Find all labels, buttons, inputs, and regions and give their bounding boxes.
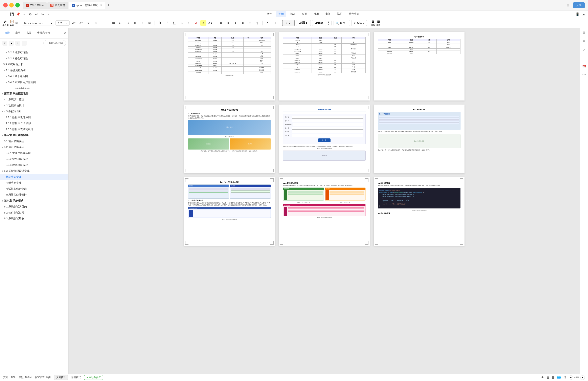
align-justify-btn[interactable]: ≡ (240, 20, 246, 26)
ai-outline-button[interactable]: ✦ 智能识别目录 (43, 40, 66, 46)
toc-item[interactable]: ▼3.4.2 添加新用户流程图 (0, 79, 68, 85)
toc-item[interactable]: 4.3.3 数据库表结构设计 (0, 126, 68, 132)
border-btn[interactable]: □ (272, 20, 278, 26)
toc-item[interactable]: 3.3 系统用例分析 (0, 61, 68, 67)
hamburger-icon[interactable]: ☰ (2, 11, 7, 17)
minimize-button[interactable] (9, 3, 14, 7)
copy-format-button[interactable]: ⊞ (15, 21, 18, 25)
pinyin-btn[interactable]: ā (265, 20, 271, 26)
toc-item[interactable]: 5.1 前台功能实现 (0, 138, 68, 144)
proofread-button[interactable]: 文档校对 (54, 375, 68, 380)
toc-item[interactable]: 5.2.3 教师模块实现 (0, 162, 68, 168)
document-area[interactable]: 字段名类型长度约束说明 objectstringvarchar200自定义编号 … (69, 28, 580, 374)
doc-page-6[interactable]: 图5-3 考试报名界面 图5-1 考试报名界面 (374, 105, 464, 173)
grid-icon[interactable]: ⊞ (547, 376, 549, 379)
maximize-button[interactable] (15, 3, 20, 7)
layout-button[interactable]: ⊞ 排版 (371, 20, 375, 27)
toc-item[interactable]: 注册功能实现 (0, 180, 68, 186)
toc-item[interactable]: 5.2.1 管理员模块实现 (0, 150, 68, 156)
menu-review[interactable]: 审阅 (323, 11, 333, 17)
doc-page-7[interactable]: 图5-1 个人中心界面 (后台界面) 管理系统 (184, 177, 275, 246)
toc-item[interactable]: ▼第四章 系统概要设计 (0, 91, 68, 97)
doc-page-5[interactable]: 考试报名系统注册 用户名： 密 码： 确认密码： 姓 名： 手机号： 邮 箱： … (279, 105, 370, 173)
menu-file[interactable]: 文件 (264, 11, 274, 17)
sidebar-tab-chapter[interactable]: 章节 (13, 30, 22, 36)
toc-item[interactable]: 1.1.1.1.1.1.1.1. (0, 85, 68, 91)
align-center-btn[interactable]: ≡ (225, 20, 231, 26)
toc-item[interactable]: ▼5.3 关键代码设计实现 (0, 168, 68, 174)
right-panel-cursor-icon[interactable]: ↗ (581, 46, 587, 52)
doc-page-2[interactable]: 字段名类型长度中文名 firstnamelongint atinyint1文 b… (279, 32, 370, 101)
align-right-btn[interactable]: ≡ (232, 20, 238, 26)
font-size-select[interactable]: 五号 ▼ (56, 20, 70, 26)
superscript-btn[interactable]: X² (186, 20, 192, 26)
toc-item[interactable]: ▼4.3 数据库设计 (0, 108, 68, 114)
toc-item[interactable]: 5.2.2 学生模块实现 (0, 156, 68, 162)
line-spacing-btn[interactable]: ↕ (139, 20, 145, 26)
toc-item[interactable]: 6.3 系统测试用例 (0, 215, 68, 222)
sidebar-close-button[interactable]: ✕ (63, 31, 66, 35)
select-button[interactable]: ↗ 选择 ▼ (351, 20, 367, 26)
tab-pdf[interactable]: 稻 稻壳素材 (47, 2, 68, 9)
nav-add-btn[interactable]: + (15, 41, 20, 46)
zoom-out-btn[interactable]: − (569, 375, 573, 380)
decrease-font-btn[interactable]: A⁻ (78, 20, 84, 26)
list-icon[interactable]: ☰ (552, 376, 554, 379)
clear-format-btn[interactable]: ✕ (93, 20, 99, 26)
toc-item[interactable]: ▼第五章 系统功能实现 (0, 132, 68, 138)
toc-item[interactable]: 4.3.2 数据库 E-R 图设计 (0, 120, 68, 126)
toc-item[interactable]: ▼3.4 系统流程分析 (0, 67, 68, 73)
toc-item[interactable]: 4.3.1 数据库设计原则 (0, 114, 68, 121)
nav-prev-btn[interactable]: ▼ (2, 41, 7, 46)
nav-remove-btn[interactable]: − (22, 41, 27, 46)
share-button[interactable]: 分享 (573, 2, 585, 8)
style-h2[interactable]: 标题 2 (312, 20, 326, 26)
underline-btn[interactable]: U (171, 20, 177, 26)
close-button[interactable] (3, 3, 8, 7)
eye-icon[interactable]: 👁 (541, 376, 544, 379)
indent-dec-btn[interactable]: ⇤ (117, 20, 124, 26)
layout2-button[interactable]: ⊟ 排版 (376, 20, 380, 27)
style-scroll-up[interactable]: ▲ (328, 21, 330, 23)
zoom-in-btn[interactable]: + (580, 375, 585, 380)
bold-btn[interactable]: B (157, 20, 163, 26)
pin-icon[interactable]: 📌 (15, 11, 21, 17)
file-icon[interactable]: 💾 (9, 11, 15, 17)
style-normal[interactable]: 正文 (282, 20, 294, 26)
paste-button[interactable]: 📋 粘贴 (10, 19, 14, 27)
font-name-select[interactable]: Times New Rom ▼ (22, 21, 54, 25)
right-panel-filter-icon[interactable]: ⊟ (581, 55, 587, 61)
sidebar-tab-findreplace[interactable]: 查找和替换 (35, 30, 52, 36)
globe-icon[interactable]: 🌐 (557, 376, 561, 379)
menu-view[interactable]: 视图 (335, 11, 345, 17)
column-btn[interactable]: ⊟ (247, 20, 253, 26)
undo-icon[interactable]: ↩ (34, 11, 39, 17)
toc-item-active[interactable]: 登录功能实现 (0, 174, 68, 180)
doc-page-8[interactable]: 5.2.1 管理员模块实现 管理员登录系统页面，进入后可以进行相关功能页面，个人… (279, 177, 370, 246)
mobile-icon[interactable]: 📱 (575, 11, 580, 17)
sidebar-tab-bookmark[interactable]: 书签 (24, 30, 34, 36)
redo-icon[interactable]: ↪ (40, 11, 45, 17)
strikethrough-btn[interactable]: S̶ (179, 20, 185, 26)
add-tab-button[interactable]: + (106, 2, 111, 8)
toc-item[interactable]: ▼3.2.2 经济可行性 (0, 49, 68, 56)
highlight-btn[interactable]: A (200, 20, 207, 26)
toc-item[interactable]: ▼3.4.1 登录流程图 (0, 73, 68, 79)
tab-close-icon[interactable]: ✕ (100, 4, 102, 6)
right-panel-edit-icon[interactable]: ✏ (581, 38, 587, 44)
doc-page-3[interactable]: 表4-x 数据库表 字段名类型长度说明 longidvarchar200标题 s… (374, 32, 464, 101)
style-scroll-down[interactable]: ▼ (328, 23, 330, 25)
sort-btn[interactable]: ⇅ (132, 20, 138, 26)
more-para-btn[interactable]: ⊞ (147, 20, 152, 26)
italic-btn[interactable]: I (164, 20, 170, 26)
print-icon[interactable]: 🖨 (21, 11, 27, 17)
para-format-btn[interactable]: ¶ (254, 20, 260, 26)
cloud-icon[interactable]: ☁ (581, 11, 586, 17)
menu-reference[interactable]: 引用 (311, 11, 321, 17)
format-brush-button[interactable]: 🖌 格式刷 (2, 19, 8, 27)
ordered-list-btn[interactable]: 1≡ (110, 20, 116, 26)
toc-item[interactable]: 4.2 功能模块设计 (0, 103, 68, 108)
doc-page-4[interactable]: 第五章 系统功能实现 5.1 前台功能实现 为了好的用户体验，前台展现的是面向普… (184, 105, 275, 173)
tab-word[interactable]: W sprin....息报名系统 ✕ (69, 2, 105, 9)
right-panel-icon-1[interactable]: ⊞ (581, 29, 587, 36)
